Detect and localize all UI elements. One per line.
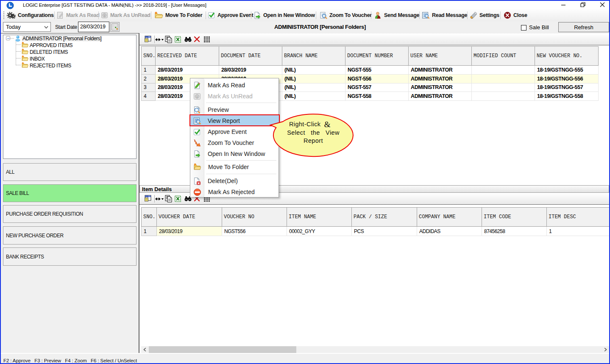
svg-text:Right-Click&: Right-Click&	[289, 120, 331, 129]
svg-text:Select the View: Select the View	[287, 129, 340, 136]
svg-text:Report: Report	[304, 137, 323, 144]
